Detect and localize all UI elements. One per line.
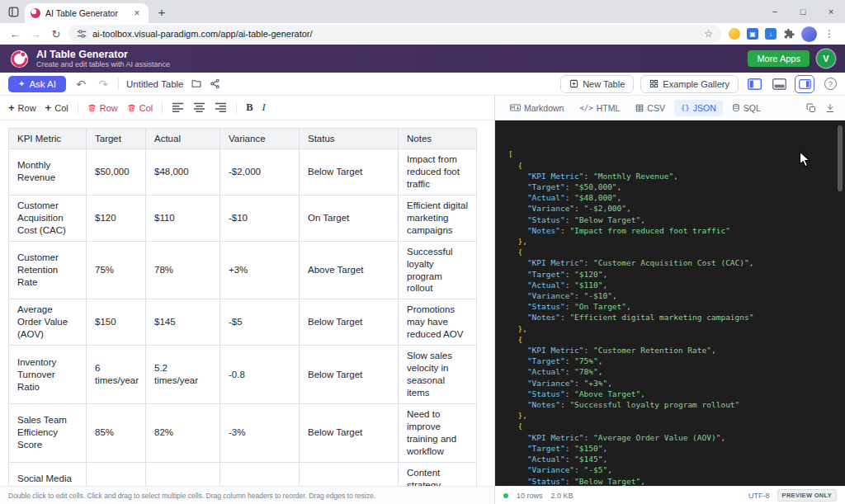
puzzle-extensions-icon[interactable] (783, 28, 795, 40)
forward-icon[interactable]: → (27, 26, 44, 42)
table-cell[interactable]: $150 (87, 299, 146, 346)
example-gallery-button[interactable]: Example Gallery (640, 75, 739, 93)
extension-blue-icon[interactable]: ▣ (747, 28, 758, 40)
url-input[interactable]: ai-toolbox.visual-paradigm.com/app/ai-ta… (68, 25, 721, 43)
profile-avatar[interactable] (801, 26, 817, 42)
delete-row-button[interactable]: Row (87, 103, 118, 113)
table-cell[interactable]: 75% (87, 241, 146, 299)
table-cell[interactable]: Monthly Revenue (9, 149, 87, 195)
add-row-button[interactable]: + Row (8, 102, 36, 113)
help-icon[interactable]: ? (824, 78, 837, 90)
share-icon[interactable] (210, 78, 220, 89)
open-folder-icon[interactable] (191, 78, 202, 89)
json-preview[interactable]: [ { "KPI Metric": "Monthly Revenue", "Ta… (495, 120, 845, 486)
table-cell[interactable]: Efficient digital marketing campaigns (399, 195, 477, 241)
column-header[interactable]: Target (87, 129, 146, 149)
browser-tab[interactable]: AI Table Generator × (25, 3, 149, 23)
delete-col-button[interactable]: Col (127, 103, 153, 113)
minimize-icon[interactable]: − (761, 0, 789, 23)
layout-bottom-toggle[interactable] (770, 76, 788, 92)
table-cell[interactable]: Promotions may have reduced AOV (399, 299, 477, 346)
bold-button[interactable]: B (246, 101, 253, 114)
table-cell[interactable]: Sales Team Efficiency Score (9, 403, 87, 462)
table-cell[interactable]: $48,000 (146, 149, 220, 195)
bookmark-star-icon[interactable]: ☆ (704, 28, 713, 40)
undo-icon[interactable]: ↶ (73, 78, 88, 91)
table-cell[interactable]: Slow sales velocity in seasonal items (399, 346, 477, 404)
table-cell[interactable]: Customer Retention Rate (9, 241, 87, 299)
align-right-icon[interactable] (215, 102, 227, 113)
table-cell[interactable]: $145 (146, 299, 220, 346)
table-cell[interactable]: Successful loyalty program rollout (399, 241, 477, 299)
table-cell[interactable]: On Target (300, 195, 399, 241)
extension-download-icon[interactable]: ↓ (765, 28, 777, 40)
italic-button[interactable]: I (262, 101, 266, 114)
close-icon[interactable]: × (817, 0, 845, 23)
column-header[interactable]: Actual (146, 129, 220, 149)
download-icon[interactable] (825, 103, 835, 113)
table-cell[interactable]: Below Target (300, 462, 399, 486)
table-cell[interactable]: Above Target (300, 241, 399, 299)
table-cell[interactable]: 82% (146, 403, 220, 462)
table-cell[interactable]: Below Target (300, 299, 399, 346)
user-avatar[interactable]: V (817, 49, 835, 68)
tab-markdown[interactable]: Markdown (503, 100, 570, 116)
back-icon[interactable]: ← (7, 26, 23, 42)
table-cell[interactable]: Content strategy needs refinement (399, 462, 477, 486)
tab-json[interactable]: {} JSON (674, 100, 723, 116)
add-col-button[interactable]: + Col (45, 102, 68, 113)
more-apps-button[interactable]: More Apps (748, 50, 810, 67)
copy-icon[interactable] (806, 103, 816, 113)
layout-left-toggle[interactable] (745, 76, 763, 92)
main-toolbar: ✦ Ask AI ↶ ↷ Untitled Table New Table Ex… (0, 73, 845, 96)
table-cell[interactable]: -3% (220, 403, 300, 462)
table-cell[interactable]: -$2,000 (220, 149, 300, 195)
align-center-icon[interactable] (193, 102, 205, 113)
table-cell[interactable]: -$5 (220, 299, 300, 346)
table-cell[interactable]: 85% (87, 403, 146, 462)
table-cell[interactable]: Need to improve training and workflow (399, 403, 477, 462)
layout-right-toggle[interactable] (795, 75, 814, 93)
tab-close-icon[interactable]: × (131, 7, 143, 19)
table-cell[interactable]: -$10 (220, 195, 300, 241)
code-scrollbar[interactable] (838, 125, 843, 191)
table-cell[interactable]: Below Target (300, 403, 399, 462)
table-header-row: KPI MetricTargetActualVarianceStatusNote… (9, 129, 477, 149)
table-cell[interactable]: Customer Acquisition Cost (CAC) (9, 195, 87, 241)
table-cell[interactable]: 4.0% (146, 462, 220, 486)
new-tab-button[interactable]: + (152, 2, 172, 21)
table-cell[interactable]: Inventory Turnover Ratio (9, 346, 87, 404)
tab-layout-icon[interactable] (5, 3, 21, 20)
table-cell[interactable]: $50,000 (87, 149, 146, 195)
new-table-button[interactable]: New Table (560, 75, 634, 93)
ask-ai-button[interactable]: ✦ Ask AI (8, 76, 66, 92)
table-cell[interactable]: -0.5% (220, 462, 300, 486)
table-cell[interactable]: -0.8 (220, 346, 300, 404)
table-cell[interactable]: $120 (87, 195, 146, 241)
table-cell[interactable]: +3% (220, 241, 300, 299)
tab-html[interactable]: </> HTML (573, 100, 626, 116)
table-cell[interactable]: $110 (146, 195, 220, 241)
document-title[interactable]: Untitled Table (126, 79, 183, 89)
tab-csv[interactable]: CSV (629, 100, 672, 116)
table-cell[interactable]: Below Target (300, 149, 399, 195)
column-header[interactable]: Notes (399, 129, 477, 149)
column-header[interactable]: Variance (220, 129, 300, 149)
table-cell[interactable]: Average Order Value (AOV) (9, 299, 87, 346)
maximize-icon[interactable]: □ (789, 0, 817, 23)
redo-icon[interactable]: ↷ (96, 78, 111, 91)
table-cell[interactable]: Impact from reduced foot traffic (399, 149, 477, 195)
table-cell[interactable]: 4.5% (87, 462, 146, 486)
browser-menu-icon[interactable]: ⋮ (824, 28, 835, 40)
reload-icon[interactable]: ↻ (48, 26, 64, 42)
column-header[interactable]: KPI Metric (9, 129, 87, 149)
table-cell[interactable]: Below Target (300, 346, 399, 404)
align-left-icon[interactable] (172, 102, 184, 113)
table-cell[interactable]: 78% (146, 241, 220, 299)
column-header[interactable]: Status (300, 129, 399, 149)
table-cell[interactable]: Social Media Engagement Rate (9, 462, 87, 486)
table-cell[interactable]: 5.2 times/year (146, 346, 220, 404)
tab-sql[interactable]: SQL (725, 100, 767, 116)
table-cell[interactable]: 6 times/year (87, 346, 146, 404)
extension-yellow-icon[interactable] (729, 28, 740, 40)
